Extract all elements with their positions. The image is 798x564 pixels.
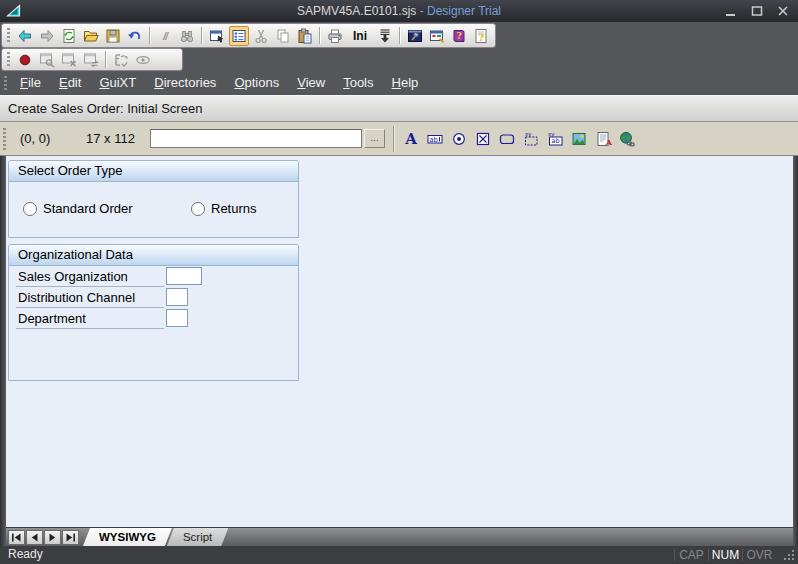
standard-order-radio[interactable] bbox=[23, 202, 37, 216]
record-icon[interactable] bbox=[15, 50, 35, 70]
print-icon[interactable] bbox=[325, 26, 345, 46]
eye-icon[interactable] bbox=[133, 50, 153, 70]
minimize-button[interactable] bbox=[724, 4, 738, 18]
svg-text:ab: ab bbox=[429, 135, 438, 143]
window-edit-icon[interactable] bbox=[59, 50, 79, 70]
close-button[interactable] bbox=[776, 4, 790, 18]
refresh-script-icon[interactable] bbox=[59, 26, 79, 46]
toolbar-grip[interactable] bbox=[7, 52, 10, 67]
previous-tab-button[interactable] bbox=[26, 530, 43, 545]
script-wizard-icon[interactable] bbox=[111, 50, 131, 70]
cut-icon[interactable] bbox=[251, 26, 271, 46]
next-tab-button[interactable] bbox=[44, 530, 61, 545]
window-frame-left bbox=[0, 156, 6, 546]
toolbar-grip[interactable] bbox=[3, 128, 6, 150]
toolbar-record bbox=[1, 48, 183, 71]
toolbar-main: // Ini ? ? bbox=[1, 23, 496, 48]
menu-item-guixt[interactable]: GuiXT bbox=[90, 71, 145, 95]
comment-icon[interactable]: // bbox=[155, 26, 175, 46]
tab-script[interactable]: Script bbox=[167, 528, 228, 546]
radiobutton-tool-icon[interactable] bbox=[448, 129, 470, 149]
title-file: SAPMV45A.E0101.sjs bbox=[297, 4, 416, 18]
hyperlink-tool-icon[interactable] bbox=[616, 129, 638, 149]
sales-organization-label: Sales Organization bbox=[18, 269, 128, 284]
save-icon[interactable] bbox=[103, 26, 123, 46]
maximize-button[interactable] bbox=[750, 4, 764, 18]
element-dimensions: 17 x 112 bbox=[86, 131, 142, 146]
help-page-icon[interactable]: ? bbox=[471, 26, 491, 46]
menu-item-help[interactable]: Help bbox=[383, 71, 428, 95]
sales-organization-input[interactable] bbox=[166, 267, 202, 285]
menu-item-tools[interactable]: Tools bbox=[334, 71, 382, 95]
export-icon[interactable] bbox=[375, 26, 395, 46]
script-tool-icon[interactable]: A bbox=[592, 129, 614, 149]
last-tab-button[interactable] bbox=[62, 530, 79, 545]
toolbar-separator bbox=[105, 51, 107, 68]
help-book-icon[interactable]: ? bbox=[449, 26, 469, 46]
window-find-icon[interactable] bbox=[37, 50, 57, 70]
box-tool-icon[interactable] bbox=[496, 129, 518, 149]
copy-icon[interactable] bbox=[273, 26, 293, 46]
department-row: Department bbox=[14, 308, 293, 329]
status-indicators: CAP NUM OVR bbox=[674, 546, 776, 564]
back-icon[interactable] bbox=[15, 26, 35, 46]
text-tool-icon[interactable]: A bbox=[400, 129, 422, 149]
cursor-position: (0, 0) bbox=[20, 131, 68, 146]
svg-text:?: ? bbox=[478, 31, 484, 42]
svg-text:ab: ab bbox=[551, 137, 559, 145]
toolbar-separator bbox=[399, 27, 401, 44]
department-input[interactable] bbox=[166, 309, 188, 327]
undo-icon[interactable] bbox=[125, 26, 145, 46]
menu-item-directories[interactable]: Directories bbox=[145, 71, 225, 95]
menu-item-view[interactable]: View bbox=[288, 71, 334, 95]
sales-organization-row: Sales Organization bbox=[14, 266, 293, 287]
caps-lock-indicator: CAP bbox=[675, 547, 708, 564]
org-data-panel: Organizational Data Sales Organization D… bbox=[8, 244, 299, 381]
editbox-tool-icon[interactable]: ab bbox=[424, 129, 446, 149]
overwrite-indicator: OVR bbox=[743, 547, 776, 564]
screen-edit-icon[interactable] bbox=[427, 26, 447, 46]
tab-wysiwyg[interactable]: WYSIWYG bbox=[83, 528, 172, 546]
browse-button[interactable]: ... bbox=[364, 129, 385, 148]
svg-text:?: ? bbox=[457, 31, 462, 41]
toolbar-separator bbox=[319, 27, 321, 44]
menu-item-options[interactable]: Options bbox=[225, 71, 288, 95]
order-type-panel-header: Select Order Type bbox=[9, 161, 298, 182]
element-value-input[interactable] bbox=[150, 129, 362, 148]
window-swap-icon[interactable] bbox=[81, 50, 101, 70]
find-icon[interactable] bbox=[177, 26, 197, 46]
open-file-icon[interactable] bbox=[81, 26, 101, 46]
resize-grip-icon[interactable] bbox=[783, 549, 796, 562]
build-icon[interactable] bbox=[405, 26, 425, 46]
menu-item-edit[interactable]: Edit bbox=[50, 71, 90, 95]
num-lock-indicator: NUM bbox=[709, 547, 742, 564]
forward-icon[interactable] bbox=[37, 26, 57, 46]
window-title: SAPMV45A.E0101.sjs - Designer Trial bbox=[0, 0, 798, 22]
screen-title: Create Sales Order: Initial Screen bbox=[8, 101, 202, 116]
first-tab-button[interactable] bbox=[8, 530, 25, 545]
department-label: Department bbox=[18, 311, 86, 326]
returns-option[interactable]: Returns bbox=[191, 201, 257, 216]
org-data-panel-header: Organizational Data bbox=[9, 245, 298, 266]
distribution-channel-input[interactable] bbox=[166, 288, 188, 306]
distribution-channel-row: Distribution Channel bbox=[14, 287, 293, 308]
ini-settings-button[interactable]: Ini bbox=[347, 26, 373, 46]
returns-radio[interactable] bbox=[191, 202, 205, 216]
title-product: - Designer Trial bbox=[416, 4, 501, 18]
position-tool-icon[interactable]: xy bbox=[520, 129, 542, 149]
status-bar: Ready CAP NUM OVR bbox=[0, 546, 798, 564]
tab-strip: WYSIWYG Script bbox=[6, 527, 793, 546]
standard-order-option[interactable]: Standard Order bbox=[23, 201, 133, 216]
checkbox-tool-icon[interactable] bbox=[472, 129, 494, 149]
form-view-icon[interactable] bbox=[229, 26, 249, 46]
svg-text:A: A bbox=[404, 131, 417, 147]
wysiwyg-canvas[interactable]: Select Order Type Standard Order Returns… bbox=[6, 156, 793, 527]
menubar-grip[interactable] bbox=[4, 76, 7, 91]
toolbar-grip[interactable] bbox=[7, 28, 10, 43]
editbox-position-tool-icon[interactable]: xyab bbox=[544, 129, 566, 149]
properties-icon[interactable] bbox=[207, 26, 227, 46]
image-tool-icon[interactable] bbox=[568, 129, 590, 149]
menu-item-file[interactable]: File bbox=[11, 71, 50, 95]
paste-icon[interactable] bbox=[295, 26, 315, 46]
svg-text:A: A bbox=[605, 137, 612, 147]
